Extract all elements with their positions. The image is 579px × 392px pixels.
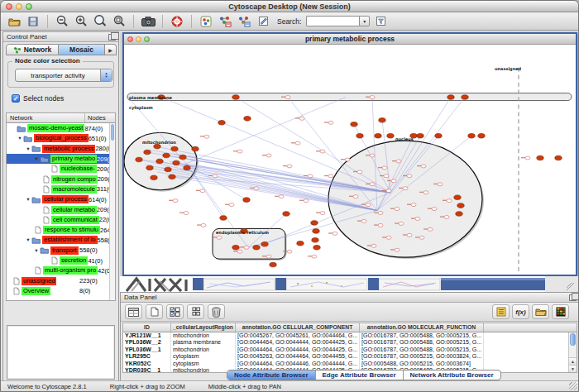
open-icon[interactable] — [6, 14, 22, 29]
zoom-selected-icon[interactable] — [111, 14, 127, 29]
tree-item-secretion[interactable]: secretion41(0) — [7, 256, 109, 265]
advanced-search-icon[interactable] — [372, 14, 389, 29]
tab-network-attribute-browser[interactable]: Network Attribute Browser — [404, 370, 500, 380]
scroll-down-icon[interactable]: ▼ — [569, 365, 577, 372]
minimize-icon[interactable] — [136, 36, 141, 42]
expand-arrow-icon[interactable]: ▼ — [33, 248, 40, 253]
attribute-list-icon[interactable] — [492, 304, 510, 319]
network-node — [411, 203, 416, 207]
import-attributes-icon[interactable] — [532, 304, 549, 319]
layout-2-icon[interactable] — [236, 14, 252, 29]
zoom-window-icon[interactable] — [26, 3, 32, 10]
close-icon[interactable] — [127, 36, 133, 42]
tree-item-primary-metabo[interactable]: ▼primary metabo209(... — [7, 154, 109, 164]
window-titlebar[interactable]: Cytoscape Desktop (New Session) — [1, 1, 578, 12]
attribute-table-header[interactable]: ID _cellularLayoutRegion annotation.GO C… — [123, 323, 577, 332]
unselect-attributes-icon[interactable] — [187, 304, 204, 319]
close-icon[interactable] — [6, 3, 12, 10]
layout-1-icon[interactable] — [217, 14, 233, 29]
scroll-up-icon[interactable]: ▲ — [569, 357, 577, 365]
tree-column-header[interactable]: Network Nodes — [7, 113, 115, 123]
col-spacer — [484, 323, 577, 332]
birdseye-view[interactable] — [7, 325, 115, 380]
tree-item-response-to-stimulu[interactable]: response to stimulu264(0) — [7, 225, 109, 235]
network-canvas[interactable]: plasma membranecytoplasmmitochondrionnuc… — [124, 45, 576, 275]
delete-attribute-icon[interactable] — [208, 304, 225, 319]
tree-item-nitrogen-compo[interactable]: nitrogen compo209(0) — [7, 174, 109, 184]
zoom-window-icon[interactable] — [144, 36, 150, 42]
network-window-titlebar[interactable]: primary metabolic process — [124, 34, 576, 45]
network-view-window[interactable]: primary metabolic process plasma membran… — [122, 32, 577, 276]
save-icon[interactable] — [25, 14, 41, 29]
tree-item-cellular-metabo[interactable]: cellular metabo209(0) — [7, 204, 109, 214]
table-cell: YJR121W__1 — [123, 332, 171, 339]
expand-arrow-icon[interactable]: ▼ — [25, 237, 31, 242]
file-icon — [51, 256, 58, 265]
tree-item-establishment-of-lo[interactable]: ▼establishment of lo558(0) — [7, 235, 109, 245]
node-label-mark — [399, 188, 403, 189]
search-input[interactable] — [306, 16, 359, 26]
tree-item-node-count: 651(0) — [89, 135, 109, 142]
create-attribute-icon[interactable] — [146, 304, 163, 319]
tab-node-attribute-browser[interactable]: Node Attribute Browser — [227, 370, 316, 380]
tab-overflow-button[interactable]: ▶ — [105, 44, 117, 55]
table-scrollbar-thumb[interactable] — [570, 333, 576, 346]
tab-edge-attribute-browser[interactable]: Edge Attribute Browser — [316, 370, 404, 380]
float-panel-icon[interactable] — [108, 34, 116, 41]
heatmap-icon[interactable] — [552, 304, 569, 319]
snapshot-icon[interactable] — [140, 14, 156, 29]
expand-arrow-icon[interactable]: ▼ — [25, 197, 31, 202]
expand-arrow-icon[interactable]: ▼ — [33, 156, 40, 161]
search-dropdown-icon[interactable]: ▾ — [359, 16, 370, 26]
expand-arrow-icon[interactable]: ▼ — [25, 146, 31, 151]
tree-item-transport[interactable]: ▼transport558(0) — [7, 246, 109, 256]
combo-stepper-icon[interactable]: ▲▼ — [100, 69, 112, 81]
network-node — [261, 241, 268, 246]
table-row[interactable]: YLR295Ccytoplasm[GO:0045263, GO:0044464,… — [123, 353, 568, 360]
tree-item-nucleobase-[interactable]: nucleobase-209(0) — [7, 164, 109, 174]
zoom-fit-icon[interactable] — [92, 14, 108, 29]
tree-col-nodes[interactable]: Nodes — [85, 113, 115, 122]
node-color-combo[interactable]: transporter activity ▲▼ — [15, 69, 112, 82]
tree-scrollbar-thumb[interactable] — [111, 124, 114, 141]
tree-item-multi-organism-pro[interactable]: multi-organism pro42(0) — [7, 265, 109, 275]
tree-scrollbar[interactable] — [109, 123, 115, 300]
zoom-out-icon[interactable] — [54, 14, 70, 29]
col-id[interactable]: ID — [123, 323, 171, 332]
tree-item-node-count: 614(0) — [89, 196, 109, 203]
expand-arrow-icon[interactable]: ▼ — [17, 136, 23, 141]
annotation-icon[interactable] — [255, 14, 271, 29]
float-panel-icon[interactable] — [569, 294, 577, 301]
tree-item-overview[interactable]: Overview8(0) — [7, 286, 109, 296]
attribute-table[interactable]: ID _cellularLayoutRegion annotation.GO C… — [122, 323, 577, 373]
table-row[interactable]: YKR052Ccytoplasm[GO:0044464, GO:0044446,… — [123, 361, 568, 367]
network-graph[interactable]: plasma membranecytoplasmmitochondrionnuc… — [124, 45, 576, 275]
table-row[interactable]: YJR121W__1mitochondrion[GO:0045267, GO:0… — [123, 332, 568, 339]
select-nodes-checkbox[interactable]: ✓ — [12, 94, 20, 103]
table-scrollbar[interactable]: ▲ ▼ — [568, 332, 577, 372]
tree-item-mosaic-demo-yeast[interactable]: mosaic-demo-yeast874(0) — [7, 123, 109, 133]
col-cellular-component[interactable]: annotation.GO CELLULAR_COMPONENT — [236, 323, 360, 332]
tab-network[interactable]: Network — [6, 44, 59, 55]
tree-item-biological-process[interactable]: ▼biological_process651(0) — [7, 133, 109, 143]
select-attributes-matrix-icon[interactable] — [166, 304, 184, 319]
tree-item-metabolic-process[interactable]: ▼metabolic process280(0) — [7, 144, 109, 154]
function-builder-icon[interactable]: f(x) — [512, 304, 529, 319]
tree-col-network[interactable]: Network — [7, 113, 85, 122]
tree-item-macromolecule[interactable]: macromolecule311(0) — [7, 184, 109, 194]
help-icon[interactable] — [169, 14, 185, 29]
node-label-mark — [324, 175, 328, 176]
vizmapper-icon[interactable] — [198, 14, 214, 29]
col-layout-region[interactable]: _cellularLayoutRegion — [171, 323, 236, 332]
table-row[interactable]: YPL036W__1mitochondrion[GO:0044464, GO:0… — [123, 347, 568, 353]
tab-mosaic[interactable]: Mosaic — [59, 44, 105, 55]
tree-item-cellular-process[interactable]: ▼cellular process614(0) — [7, 194, 109, 204]
col-molecular-function[interactable]: annotation.GO MOLECULAR_FUNCTION — [360, 323, 484, 332]
resize-grip[interactable] — [569, 382, 577, 390]
zoom-in-icon[interactable] — [73, 14, 89, 29]
select-attributes-icon[interactable] — [125, 304, 142, 319]
minimize-icon[interactable] — [16, 3, 22, 10]
table-row[interactable]: YPL036W__2plasma membrane[GO:0044464, GO… — [123, 339, 568, 346]
tree-item-cell-communicat[interactable]: cell communicat22(0) — [7, 215, 109, 225]
tree-item-unassigned[interactable]: unassigned223(0) — [7, 275, 109, 285]
